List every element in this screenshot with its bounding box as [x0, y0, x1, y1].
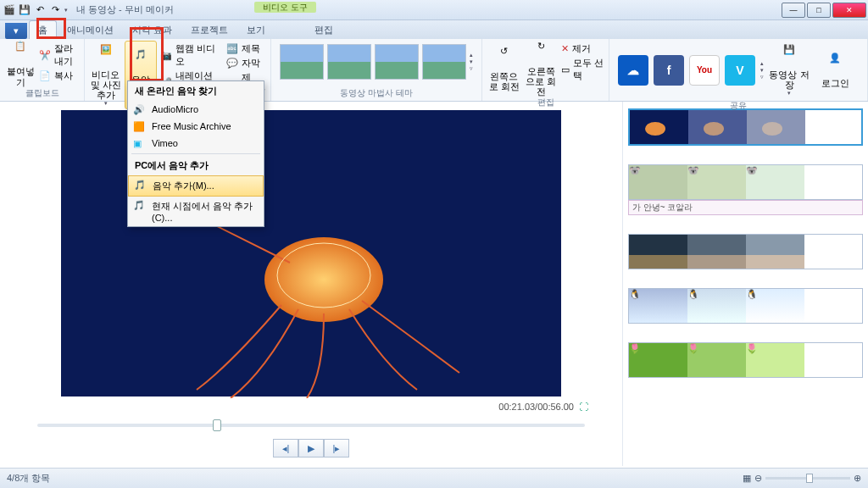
scroll-up-icon[interactable]: ▴ — [470, 52, 473, 58]
copy-icon: 📄 — [39, 70, 51, 81]
ribbon-group-clipboard: 📋 붙여넣기 ✂️잘라내기 📄복사 클립보드 — [0, 39, 85, 101]
youtube-share-button[interactable]: You — [689, 55, 720, 86]
theme-thumb[interactable] — [422, 44, 466, 80]
clip-thumb[interactable]: 🐨 — [629, 165, 687, 199]
vimeo-share-button[interactable]: V — [725, 55, 755, 86]
tab-project[interactable]: 프로젝트 — [182, 21, 236, 39]
clip-thumb[interactable] — [688, 110, 747, 144]
zoom-in-button[interactable]: ⊕ — [854, 473, 861, 484]
dropdown-item-add-music-current[interactable]: 🎵현재 시점에서 음악 추가(C)... — [128, 197, 264, 226]
play-button[interactable]: ▶ — [298, 439, 324, 458]
scissors-icon: ✂️ — [39, 50, 51, 61]
file-tab[interactable]: ▾ — [5, 23, 27, 39]
tab-visual-effects[interactable]: 시각 효과 — [124, 21, 181, 39]
ribbon-group-share: ☁ f You V ▴ ▾ ▿ 💾동영상 저장▾ 👤로그인 공유 — [609, 39, 868, 101]
expand-gallery-icon[interactable]: ▿ — [470, 65, 473, 72]
dropdown-item-vimeo[interactable]: ▣Vimeo — [128, 135, 264, 152]
clip-row[interactable] — [628, 108, 863, 146]
rotate-left-icon: ↺ — [492, 46, 516, 69]
expand-gallery-icon[interactable]: ▿ — [760, 74, 764, 80]
chevron-down-icon: ▾ — [104, 100, 108, 107]
clip-thumb[interactable] — [629, 235, 687, 269]
clip-row[interactable]: 🐧 🐧 🐧 — [628, 288, 863, 324]
slider-thumb[interactable] — [213, 419, 221, 431]
close-button[interactable]: ✕ — [832, 3, 866, 18]
paste-button[interactable]: 📋 붙여넣기 — [5, 41, 36, 87]
tab-animation[interactable]: 애니메이션 — [58, 21, 122, 39]
maximize-button[interactable]: □ — [807, 3, 831, 18]
zoom-out-button[interactable]: ⊖ — [754, 473, 762, 484]
playback-slider[interactable] — [37, 424, 585, 427]
title-button[interactable]: 🔤제목 — [226, 42, 265, 55]
ribbon-group-themes: ▴ ▾ ▿ 동영상 마법사 테마 — [271, 39, 482, 101]
tab-view[interactable]: 보기 — [238, 21, 274, 39]
theme-thumb[interactable] — [375, 44, 419, 80]
clip-thumb[interactable]: 🐧 — [746, 289, 804, 323]
svg-point-4 — [762, 122, 782, 136]
thumbnails-view-icon[interactable]: ▦ — [743, 473, 751, 484]
theme-thumb[interactable] — [327, 44, 371, 80]
group-label-themes: 동영상 마법사 테마 — [276, 87, 476, 99]
tab-edit[interactable]: 편집 — [306, 21, 342, 39]
dropdown-item-audiomicro[interactable]: 🔊AudioMicro — [128, 101, 264, 118]
undo-icon[interactable]: ↶ — [34, 4, 46, 16]
rotate-left-button[interactable]: ↺왼쪽으로 회전 — [487, 41, 520, 97]
signin-button[interactable]: 👤로그인 — [815, 53, 855, 88]
dropdown-item-add-music[interactable]: 🎵음악 추가(M)... — [128, 175, 264, 197]
clip-thumb[interactable]: 🐨 — [687, 165, 746, 199]
clip-row[interactable]: 🌷 🌷 🌷 — [628, 342, 863, 378]
svg-point-0 — [264, 237, 383, 322]
prev-frame-button[interactable]: ◂| — [273, 439, 298, 458]
zoom-slider-thumb[interactable] — [806, 474, 813, 483]
clip-thumb[interactable]: 🌷 — [746, 343, 804, 377]
qat-dropdown-icon[interactable]: ▾ — [64, 7, 68, 14]
zoom-slider[interactable] — [765, 477, 850, 480]
clip-thumb[interactable]: 🐧 — [629, 289, 687, 323]
music-note-icon: 🎵 — [134, 180, 146, 191]
scroll-down-icon[interactable]: ▾ — [470, 58, 473, 65]
clip-thumb[interactable]: 🐧 — [687, 289, 746, 323]
clip-thumb[interactable] — [687, 235, 746, 269]
timecode-display: 00:21.03/00:56.00 ⛶ — [34, 402, 588, 412]
clip-caption[interactable]: 가 안녕~ 코알라 — [628, 200, 863, 215]
scroll-down-icon[interactable]: ▾ — [760, 67, 764, 74]
clip-thumb[interactable]: 🐨 — [746, 165, 804, 199]
dropdown-header-online: 새 온라인 음악 찾기 — [128, 81, 264, 101]
dropdown-item-fma[interactable]: 🟧Free Music Archive — [128, 118, 264, 135]
remove-button[interactable]: ✕제거 — [561, 42, 604, 55]
save-icon[interactable]: 💾 — [19, 4, 31, 16]
webcam-video-button[interactable]: 📷웹캠 비디오 — [160, 42, 223, 68]
clip-row[interactable]: 🐨 🐨 🐨 가 안녕~ 코알라 — [628, 164, 863, 215]
dropdown-header-pc: PC에서 음악 추가 — [128, 156, 264, 175]
quick-access-toolbar: 🎬 💾 ↶ ↷ ▾ — [0, 4, 71, 16]
next-frame-button[interactable]: |▸ — [324, 439, 349, 458]
fullscreen-icon[interactable]: ⛶ — [579, 402, 588, 412]
clip-row[interactable] — [628, 234, 863, 269]
minimize-button[interactable]: — — [782, 3, 805, 18]
add-video-photo-button[interactable]: 🖼️ 비디오 및 사진 추가 ▾ — [90, 41, 121, 109]
facebook-share-button[interactable]: f — [654, 55, 684, 86]
scroll-up-icon[interactable]: ▴ — [760, 60, 764, 67]
theme-thumb[interactable] — [280, 44, 324, 80]
group-label-clipboard: 클립보드 — [5, 87, 79, 99]
redo-icon[interactable]: ↷ — [49, 4, 61, 16]
theme-gallery[interactable]: ▴ ▾ ▿ — [276, 41, 476, 83]
onedrive-share-button[interactable]: ☁ — [618, 55, 648, 86]
paste-icon: 📋 — [8, 41, 32, 64]
save-movie-button[interactable]: 💾동영상 저장▾ — [769, 44, 810, 97]
caption-button[interactable]: 💬자막 — [226, 57, 265, 69]
clip-thumb[interactable] — [747, 110, 805, 144]
clip-thumb[interactable] — [630, 110, 688, 144]
status-bar: 4/8개 항목 ▦ ⊖ ⊕ — [0, 468, 868, 488]
cut-button[interactable]: ✂️잘라내기 — [39, 42, 79, 68]
rotate-right-button[interactable]: ↻오른쪽으로 회전 — [524, 41, 557, 97]
zoom-controls: ▦ ⊖ ⊕ — [743, 473, 861, 484]
clip-thumb[interactable]: 🌷 — [629, 343, 687, 377]
select-all-button[interactable]: ▭모두 선택 — [561, 57, 604, 82]
clip-thumb[interactable]: 🌷 — [687, 343, 746, 377]
svg-point-2 — [645, 122, 665, 136]
clip-thumb[interactable] — [746, 235, 804, 269]
copy-button[interactable]: 📄복사 — [39, 69, 79, 82]
ribbon-group-edit: ↺왼쪽으로 회전 ↻오른쪽으로 회전 ✕제거 ▭모두 선택 편집 — [482, 39, 609, 101]
tab-home[interactable]: 홈 — [29, 20, 57, 39]
